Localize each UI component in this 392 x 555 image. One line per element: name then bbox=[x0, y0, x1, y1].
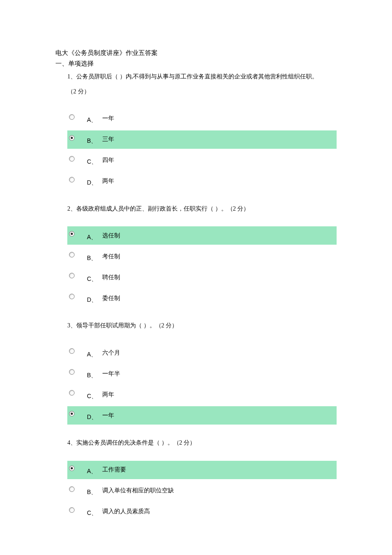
options-list: A、工作需要B、调入单位有相应的职位空缺C、调入的人员素质高 bbox=[67, 461, 337, 521]
option-text: 委任制 bbox=[102, 295, 120, 302]
option-row[interactable]: A、工作需要 bbox=[67, 461, 337, 479]
radio-icon[interactable] bbox=[69, 273, 75, 278]
question-block: 1、公务员辞职后（ ）内,不得到与从事与原工作业务直接相关的企业或者其他营利性组… bbox=[67, 70, 337, 191]
radio-icon[interactable] bbox=[69, 507, 75, 513]
option-row[interactable]: D、一年 bbox=[67, 406, 337, 425]
options-list: A、一年B、三年C、四年D、两年 bbox=[67, 110, 337, 191]
radio-wrapper bbox=[67, 467, 87, 473]
option-letter: B、 bbox=[87, 134, 102, 145]
radio-icon[interactable] bbox=[69, 252, 75, 257]
radio-wrapper bbox=[67, 392, 87, 397]
option-letter: A、 bbox=[87, 113, 102, 124]
radio-wrapper bbox=[67, 275, 87, 280]
radio-wrapper bbox=[67, 179, 87, 184]
radio-icon[interactable] bbox=[69, 156, 75, 162]
option-row[interactable]: B、考任制 bbox=[67, 247, 337, 266]
radio-wrapper bbox=[67, 295, 87, 301]
option-text: 考任制 bbox=[102, 253, 120, 260]
option-text: 调入单位有相应的职位空缺 bbox=[102, 487, 174, 494]
question-text: 2、各级政府组成人员中的正、副行政首长，任职实行（ ）。（2 分） bbox=[67, 202, 337, 216]
option-letter: C、 bbox=[87, 506, 102, 517]
doc-title: 电大《公务员制度讲座》作业五答案 bbox=[55, 49, 337, 57]
question-block: 2、各级政府组成人员中的正、副行政首长，任职实行（ ）。（2 分）A、选任制B、… bbox=[67, 202, 337, 308]
radio-icon[interactable] bbox=[69, 135, 75, 141]
radio-wrapper bbox=[67, 413, 87, 418]
option-row[interactable]: D、两年 bbox=[67, 172, 337, 191]
section-title: 一、单项选择 bbox=[55, 60, 337, 68]
option-row[interactable]: B、三年 bbox=[67, 130, 337, 149]
question-block: 4、实施公务员调任的先决条件是（ ）。（2 分）A、工作需要B、调入单位有相应的… bbox=[67, 436, 337, 521]
option-letter: B、 bbox=[87, 485, 102, 496]
option-row[interactable]: B、调入单位有相应的职位空缺 bbox=[67, 482, 337, 500]
option-text: 一年半 bbox=[102, 370, 120, 378]
option-letter: C、 bbox=[87, 155, 102, 166]
question-text: 4、实施公务员调任的先决条件是（ ）。（2 分） bbox=[67, 436, 337, 450]
option-row[interactable]: A、六个月 bbox=[67, 344, 337, 362]
option-letter: B、 bbox=[87, 368, 102, 379]
option-row[interactable]: A、选任制 bbox=[67, 226, 337, 245]
option-letter: A、 bbox=[87, 230, 102, 241]
radio-wrapper bbox=[67, 116, 87, 121]
option-row[interactable]: B、一年半 bbox=[67, 364, 337, 383]
question-points: （2 分） bbox=[67, 85, 337, 98]
radio-icon[interactable] bbox=[69, 411, 75, 416]
radio-wrapper bbox=[67, 137, 87, 142]
option-letter: A、 bbox=[87, 347, 102, 358]
question-text: 3、领导干部任职试用期为（ ）。（2 分） bbox=[67, 319, 337, 332]
radio-icon[interactable] bbox=[69, 465, 75, 471]
option-text: 一年 bbox=[102, 412, 114, 419]
option-letter: C、 bbox=[87, 272, 102, 283]
options-list: A、六个月B、一年半C、两年D、一年 bbox=[67, 344, 337, 425]
radio-wrapper bbox=[67, 371, 87, 376]
radio-icon[interactable] bbox=[69, 390, 75, 396]
options-list: A、选任制B、考任制C、聘任制D、委任制 bbox=[67, 226, 337, 307]
questions-container: 1、公务员辞职后（ ）内,不得到与从事与原工作业务直接相关的企业或者其他营利性组… bbox=[55, 70, 337, 521]
radio-wrapper bbox=[67, 350, 87, 356]
option-text: 两年 bbox=[102, 177, 114, 185]
question-text: 1、公务员辞职后（ ）内,不得到与从事与原工作业务直接相关的企业或者其他营利性组… bbox=[67, 70, 337, 84]
option-letter: B、 bbox=[87, 251, 102, 262]
question-block: 3、领导干部任职试用期为（ ）。（2 分）A、六个月B、一年半C、两年D、一年 bbox=[67, 319, 337, 425]
option-row[interactable]: C、聘任制 bbox=[67, 268, 337, 286]
option-text: 一年 bbox=[102, 115, 114, 122]
option-text: 工作需要 bbox=[102, 466, 126, 474]
option-letter: A、 bbox=[87, 464, 102, 475]
option-text: 聘任制 bbox=[102, 274, 120, 281]
radio-icon[interactable] bbox=[69, 114, 75, 120]
option-text: 三年 bbox=[102, 136, 114, 143]
option-letter: C、 bbox=[87, 389, 102, 400]
option-letter: D、 bbox=[87, 176, 102, 187]
option-letter: D、 bbox=[87, 293, 102, 304]
option-text: 两年 bbox=[102, 391, 114, 399]
radio-icon[interactable] bbox=[69, 177, 75, 182]
option-text: 六个月 bbox=[102, 349, 120, 357]
radio-icon[interactable] bbox=[69, 486, 75, 492]
option-text: 调入的人员素质高 bbox=[102, 508, 150, 515]
option-row[interactable]: C、两年 bbox=[67, 385, 337, 404]
option-letter: D、 bbox=[87, 410, 102, 421]
radio-wrapper bbox=[67, 509, 87, 515]
option-row[interactable]: C、调入的人员素质高 bbox=[67, 503, 337, 521]
radio-wrapper bbox=[67, 254, 87, 259]
radio-icon[interactable] bbox=[69, 369, 75, 375]
radio-icon[interactable] bbox=[69, 294, 75, 299]
option-row[interactable]: D、委任制 bbox=[67, 289, 337, 307]
radio-wrapper bbox=[67, 158, 87, 163]
option-text: 四年 bbox=[102, 156, 114, 164]
radio-wrapper bbox=[67, 488, 87, 494]
radio-icon[interactable] bbox=[69, 348, 75, 354]
option-row[interactable]: C、四年 bbox=[67, 151, 337, 170]
radio-icon[interactable] bbox=[69, 231, 75, 237]
option-text: 选任制 bbox=[102, 232, 120, 240]
radio-wrapper bbox=[67, 233, 87, 238]
option-row[interactable]: A、一年 bbox=[67, 110, 337, 128]
